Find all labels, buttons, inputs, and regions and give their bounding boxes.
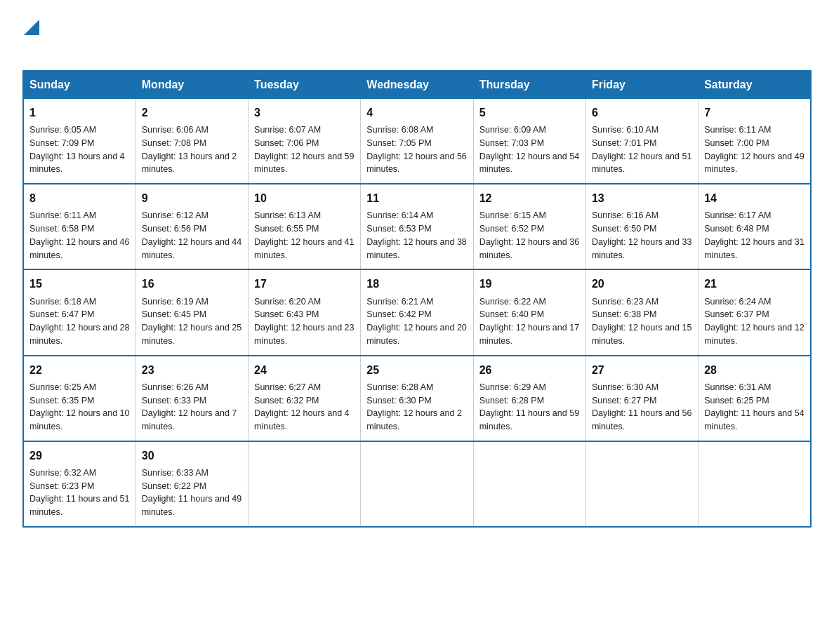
day-number: 13 (592, 190, 692, 206)
calendar-header-tuesday: Tuesday (249, 71, 361, 99)
day-info: Sunrise: 6:25 AMSunset: 6:35 PMDaylight:… (29, 381, 130, 434)
day-number: 15 (29, 276, 130, 292)
calendar-day-cell: 2Sunrise: 6:06 AMSunset: 7:08 PMDaylight… (135, 99, 248, 185)
calendar-day-cell: 16Sunrise: 6:19 AMSunset: 6:45 PMDayligh… (135, 269, 248, 355)
calendar-week-row: 15Sunrise: 6:18 AMSunset: 6:47 PMDayligh… (23, 269, 811, 355)
day-info: Sunrise: 6:11 AMSunset: 7:00 PMDaylight:… (704, 123, 805, 176)
day-info: Sunrise: 6:16 AMSunset: 6:50 PMDaylight:… (592, 209, 692, 262)
calendar-day-cell: 21Sunrise: 6:24 AMSunset: 6:37 PMDayligh… (699, 269, 811, 355)
calendar-day-cell: 12Sunrise: 6:15 AMSunset: 6:52 PMDayligh… (473, 184, 585, 269)
day-number: 7 (704, 105, 805, 121)
day-info: Sunrise: 6:15 AMSunset: 6:52 PMDaylight:… (479, 209, 580, 262)
day-info: Sunrise: 6:32 AMSunset: 6:23 PMDaylight:… (29, 467, 130, 519)
day-number: 10 (254, 190, 355, 206)
svg-marker-0 (24, 20, 39, 35)
day-number: 23 (142, 362, 242, 378)
day-number: 3 (254, 105, 355, 121)
day-info: Sunrise: 6:29 AMSunset: 6:28 PMDaylight:… (479, 381, 580, 434)
calendar-day-cell: 10Sunrise: 6:13 AMSunset: 6:55 PMDayligh… (249, 184, 361, 269)
calendar-week-row: 22Sunrise: 6:25 AMSunset: 6:35 PMDayligh… (23, 356, 811, 441)
day-number: 19 (479, 276, 580, 292)
day-info: Sunrise: 6:23 AMSunset: 6:38 PMDaylight:… (592, 295, 692, 348)
calendar-day-cell: 17Sunrise: 6:20 AMSunset: 6:43 PMDayligh… (249, 269, 361, 355)
calendar-day-cell: 5Sunrise: 6:09 AMSunset: 7:03 PMDaylight… (473, 99, 585, 185)
calendar-day-cell: 22Sunrise: 6:25 AMSunset: 6:35 PMDayligh… (23, 356, 135, 441)
calendar-day-cell: 7Sunrise: 6:11 AMSunset: 7:00 PMDaylight… (699, 99, 811, 185)
calendar-day-cell (361, 441, 473, 527)
calendar-day-cell: 15Sunrise: 6:18 AMSunset: 6:47 PMDayligh… (23, 269, 135, 355)
calendar-day-cell: 25Sunrise: 6:28 AMSunset: 6:30 PMDayligh… (361, 356, 473, 441)
day-number: 21 (704, 276, 805, 292)
day-info: Sunrise: 6:21 AMSunset: 6:42 PMDaylight:… (366, 295, 467, 348)
day-number: 16 (142, 276, 242, 292)
day-info: Sunrise: 6:19 AMSunset: 6:45 PMDaylight:… (142, 295, 242, 348)
calendar-day-cell: 11Sunrise: 6:14 AMSunset: 6:53 PMDayligh… (361, 184, 473, 269)
calendar-header-row: SundayMondayTuesdayWednesdayThursdayFrid… (23, 71, 811, 99)
day-number: 1 (29, 105, 130, 121)
day-info: Sunrise: 6:05 AMSunset: 7:09 PMDaylight:… (29, 123, 130, 176)
calendar-day-cell (699, 441, 811, 527)
day-number: 4 (366, 105, 467, 121)
calendar-week-row: 29Sunrise: 6:32 AMSunset: 6:23 PMDayligh… (23, 441, 811, 527)
day-info: Sunrise: 6:11 AMSunset: 6:58 PMDaylight:… (29, 209, 130, 262)
day-info: Sunrise: 6:28 AMSunset: 6:30 PMDaylight:… (366, 381, 467, 434)
calendar-header-wednesday: Wednesday (361, 71, 473, 99)
day-info: Sunrise: 6:07 AMSunset: 7:06 PMDaylight:… (254, 123, 355, 176)
day-number: 14 (704, 190, 805, 206)
calendar-header-sunday: Sunday (23, 71, 135, 99)
calendar-day-cell: 8Sunrise: 6:11 AMSunset: 6:58 PMDaylight… (23, 184, 135, 269)
calendar-day-cell (473, 441, 585, 527)
day-info: Sunrise: 6:18 AMSunset: 6:47 PMDaylight:… (29, 295, 130, 348)
calendar-day-cell: 24Sunrise: 6:27 AMSunset: 6:32 PMDayligh… (249, 356, 361, 441)
day-info: Sunrise: 6:30 AMSunset: 6:27 PMDaylight:… (592, 381, 692, 434)
calendar-week-row: 1Sunrise: 6:05 AMSunset: 7:09 PMDaylight… (23, 99, 811, 185)
calendar-day-cell: 19Sunrise: 6:22 AMSunset: 6:40 PMDayligh… (473, 269, 585, 355)
day-number: 25 (366, 362, 467, 378)
day-number: 2 (142, 105, 242, 121)
day-number: 11 (366, 190, 467, 206)
day-number: 20 (592, 276, 692, 292)
calendar-day-cell: 14Sunrise: 6:17 AMSunset: 6:48 PMDayligh… (699, 184, 811, 269)
day-number: 26 (479, 362, 580, 378)
day-info: Sunrise: 6:17 AMSunset: 6:48 PMDaylight:… (704, 209, 805, 262)
day-info: Sunrise: 6:33 AMSunset: 6:22 PMDaylight:… (142, 467, 242, 519)
calendar-day-cell: 1Sunrise: 6:05 AMSunset: 7:09 PMDaylight… (23, 99, 135, 185)
day-number: 28 (704, 362, 805, 378)
calendar-table: SundayMondayTuesdayWednesdayThursdayFrid… (22, 70, 812, 528)
day-number: 24 (254, 362, 355, 378)
calendar-day-cell: 30Sunrise: 6:33 AMSunset: 6:22 PMDayligh… (135, 441, 248, 527)
day-number: 8 (29, 190, 130, 206)
calendar-day-cell: 6Sunrise: 6:10 AMSunset: 7:01 PMDaylight… (585, 99, 698, 185)
day-number: 22 (29, 362, 130, 378)
day-number: 18 (366, 276, 467, 292)
calendar-week-row: 8Sunrise: 6:11 AMSunset: 6:58 PMDaylight… (23, 184, 811, 269)
day-number: 30 (142, 448, 242, 464)
logo (22, 17, 39, 58)
day-number: 9 (142, 190, 242, 206)
calendar-day-cell: 9Sunrise: 6:12 AMSunset: 6:56 PMDaylight… (135, 184, 248, 269)
day-number: 12 (479, 190, 580, 206)
calendar-day-cell: 27Sunrise: 6:30 AMSunset: 6:27 PMDayligh… (585, 356, 698, 441)
calendar-day-cell (585, 441, 698, 527)
day-info: Sunrise: 6:08 AMSunset: 7:05 PMDaylight:… (366, 123, 467, 176)
day-number: 6 (592, 105, 692, 121)
calendar-header-thursday: Thursday (473, 71, 585, 99)
calendar-day-cell: 3Sunrise: 6:07 AMSunset: 7:06 PMDaylight… (249, 99, 361, 185)
day-info: Sunrise: 6:09 AMSunset: 7:03 PMDaylight:… (479, 123, 580, 176)
calendar-day-cell: 29Sunrise: 6:32 AMSunset: 6:23 PMDayligh… (23, 441, 135, 527)
calendar-header-friday: Friday (585, 71, 698, 99)
day-number: 27 (592, 362, 692, 378)
day-info: Sunrise: 6:10 AMSunset: 7:01 PMDaylight:… (592, 123, 692, 176)
calendar-day-cell: 4Sunrise: 6:08 AMSunset: 7:05 PMDaylight… (361, 99, 473, 185)
day-info: Sunrise: 6:26 AMSunset: 6:33 PMDaylight:… (142, 381, 242, 434)
page-header (22, 17, 812, 58)
day-info: Sunrise: 6:20 AMSunset: 6:43 PMDaylight:… (254, 295, 355, 348)
day-info: Sunrise: 6:13 AMSunset: 6:55 PMDaylight:… (254, 209, 355, 262)
calendar-day-cell (249, 441, 361, 527)
calendar-day-cell: 20Sunrise: 6:23 AMSunset: 6:38 PMDayligh… (585, 269, 698, 355)
calendar-header-saturday: Saturday (699, 71, 811, 99)
calendar-day-cell: 18Sunrise: 6:21 AMSunset: 6:42 PMDayligh… (361, 269, 473, 355)
day-number: 29 (29, 448, 130, 464)
day-info: Sunrise: 6:24 AMSunset: 6:37 PMDaylight:… (704, 295, 805, 348)
day-info: Sunrise: 6:14 AMSunset: 6:53 PMDaylight:… (366, 209, 467, 262)
